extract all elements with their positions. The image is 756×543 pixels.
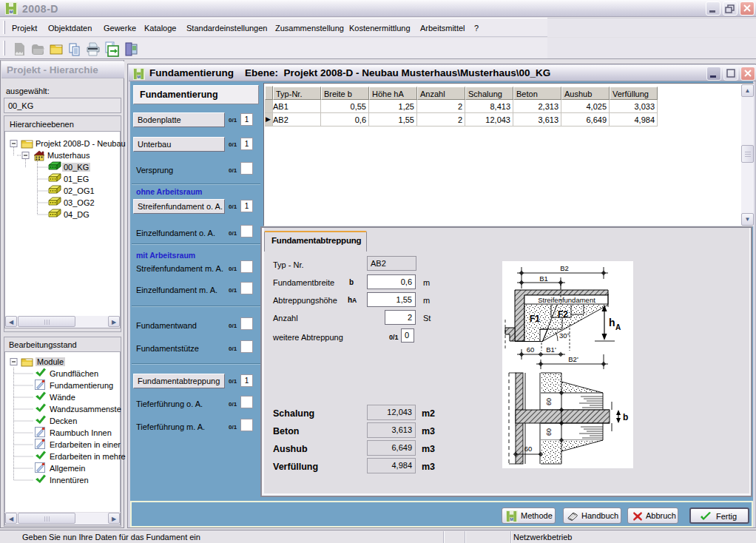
svg-text:60: 60 [545,428,553,436]
svg-text:60: 60 [545,398,553,405]
svg-text:B1': B1' [546,345,556,354]
svg-text:B2: B2 [560,264,569,272]
svg-text:60: 60 [524,445,533,453]
svg-text:B1: B1 [539,274,548,283]
svg-text:F1: F1 [530,314,540,324]
svg-text:30°: 30° [559,331,570,340]
svg-text:M: M [10,10,13,14]
svg-text:M: M [137,75,141,79]
svg-text:B2': B2' [568,355,578,363]
svg-text:h: h [609,317,615,328]
svg-text:b: b [623,412,628,422]
svg-text:A: A [615,323,621,331]
svg-text:F2: F2 [558,309,568,320]
svg-text:M: M [510,517,513,522]
svg-text:60: 60 [527,345,535,354]
svg-text:Streifenfundament: Streifenfundament [538,296,595,304]
